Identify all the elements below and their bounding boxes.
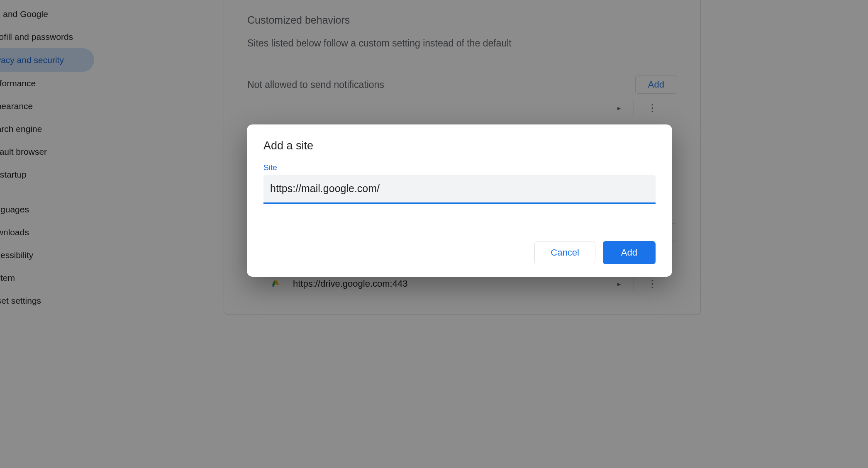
site-field-label: Site: [263, 163, 656, 172]
cancel-button[interactable]: Cancel: [534, 241, 595, 264]
add-site-dialog: Add a site Site Cancel Add: [247, 124, 672, 277]
dialog-title: Add a site: [263, 139, 656, 152]
site-url-input[interactable]: [263, 175, 656, 204]
dialog-actions: Cancel Add: [263, 241, 656, 264]
add-button[interactable]: Add: [603, 241, 656, 264]
